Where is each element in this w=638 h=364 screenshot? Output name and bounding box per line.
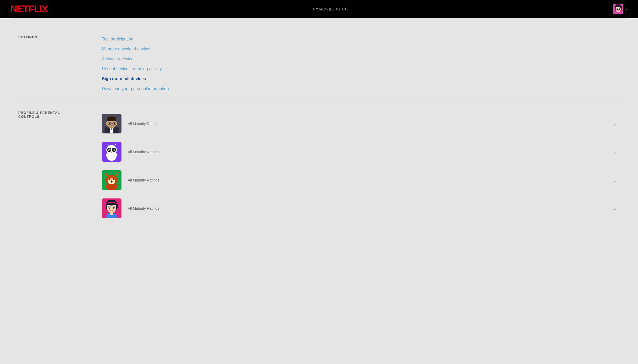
svg-point-26 — [115, 122, 117, 125]
profile-info-profile-girl: All Maturity Ratings — [121, 206, 612, 210]
settings-link-sign-out-all[interactable]: Sign out of all devices — [102, 74, 620, 84]
profile-info-profile-owl: All Maturity Ratings — [121, 150, 612, 154]
settings-link-activate-device[interactable]: Activate a device — [102, 54, 620, 64]
svg-point-36 — [108, 149, 110, 151]
chevron-down-icon: ⌄ — [612, 177, 620, 184]
profile-rating-profile-fox: All Maturity Ratings — [128, 178, 612, 182]
svg-rect-72 — [116, 204, 118, 208]
profile-info-profile-fox: All Maturity Ratings — [121, 178, 612, 182]
profile-info-profile-man: All Maturity Ratings — [121, 122, 612, 126]
svg-point-7 — [617, 9, 618, 9]
settings-link-manage-download-devices[interactable]: Manage download devices — [102, 44, 620, 54]
profile-rating-profile-man: All Maturity Ratings — [128, 122, 612, 126]
profile-rating-profile-girl: All Maturity Ratings — [128, 206, 612, 210]
svg-point-70 — [114, 208, 117, 210]
svg-point-8 — [619, 9, 620, 9]
plan-detail: (€X,XX,XX) — [329, 7, 348, 11]
profile-row-profile-girl[interactable]: All Maturity Ratings⌄ — [102, 194, 620, 222]
svg-point-66 — [113, 207, 115, 209]
svg-point-23 — [114, 123, 115, 124]
svg-rect-64 — [108, 202, 115, 203]
svg-rect-10 — [616, 4, 620, 7]
svg-point-25 — [106, 122, 108, 125]
chevron-down-icon: ⌄ — [612, 149, 620, 155]
profile-row-profile-owl[interactable]: All Maturity Ratings⌄ — [102, 138, 620, 166]
svg-rect-71 — [106, 204, 107, 208]
settings-link-recent-streaming[interactable]: Recent device streaming activity — [102, 64, 620, 74]
svg-point-24 — [108, 125, 115, 128]
chevron-down-icon: ▾ — [626, 7, 628, 11]
svg-point-37 — [113, 149, 115, 151]
plan-info: Premium (€X,XX,XX) — [313, 7, 347, 11]
svg-point-6 — [619, 8, 620, 10]
svg-point-38 — [109, 149, 110, 150]
profiles-header-row: PROFILE & PARENTAL CONTROLS — [18, 110, 620, 222]
settings-section: SETTINGS Test participationManage downlo… — [18, 26, 620, 102]
profiles-section: PROFILE & PARENTAL CONTROLS — [18, 102, 620, 230]
chevron-down-icon: ⌄ — [612, 205, 620, 212]
profile-thumbnail-profile-owl — [102, 142, 121, 162]
profile-row-profile-fox[interactable]: All Maturity Ratings⌄ — [102, 166, 620, 194]
header: NETFLIX Premium (€X,XX,XX) — [0, 0, 638, 18]
svg-point-55 — [107, 176, 116, 180]
svg-point-39 — [114, 149, 114, 150]
settings-link-download-personal[interactable]: Download your personal information — [102, 84, 620, 94]
profile-menu[interactable]: ▾ — [613, 4, 628, 14]
settings-links: Test participationManage download device… — [102, 34, 620, 94]
profile-rating-profile-owl: All Maturity Ratings — [128, 150, 612, 154]
svg-point-69 — [107, 208, 109, 210]
profile-thumbnail-profile-fox — [102, 170, 121, 190]
svg-point-67 — [109, 207, 110, 208]
netflix-logo: NETFLIX — [10, 4, 48, 15]
settings-link-test-participation[interactable]: Test participation — [102, 34, 620, 44]
main-content: SETTINGS Test participationManage downlo… — [0, 19, 638, 238]
header-avatar — [613, 4, 623, 14]
svg-point-54 — [111, 180, 113, 182]
profile-thumbnail-profile-man — [102, 114, 121, 133]
settings-label: SETTINGS — [18, 34, 102, 94]
profile-row-profile-man[interactable]: All Maturity Ratings⌄ — [102, 110, 620, 138]
svg-point-65 — [109, 207, 111, 209]
header-avatar-image — [613, 4, 623, 14]
svg-point-68 — [114, 207, 114, 208]
profile-thumbnail-profile-girl — [102, 198, 121, 218]
profiles-label: PROFILE & PARENTAL CONTROLS — [18, 110, 102, 222]
svg-point-22 — [109, 123, 110, 124]
chevron-down-icon: ⌄ — [612, 120, 620, 127]
plan-label: Premium — [313, 7, 328, 11]
svg-point-41 — [108, 153, 115, 160]
svg-point-5 — [617, 8, 618, 10]
profiles-list: All Maturity Ratings⌄ — [102, 110, 620, 222]
svg-rect-18 — [107, 119, 116, 121]
